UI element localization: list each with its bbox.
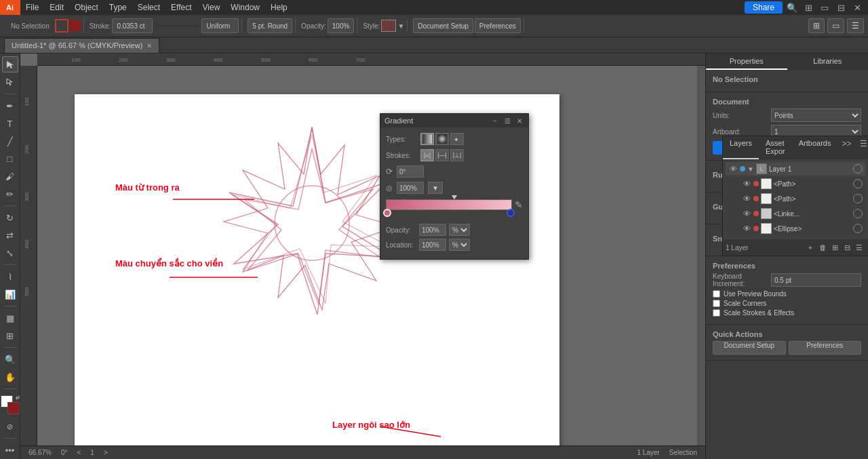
tab-asset-export[interactable]: Asset Expor <box>759 136 792 159</box>
fill-color-swatch[interactable] <box>70 20 81 31</box>
close-icon[interactable]: ✕ <box>852 2 863 13</box>
layer-1-visibility[interactable]: 👁 <box>728 164 738 174</box>
path-1-target[interactable] <box>853 179 863 188</box>
document-setup-btn[interactable]: Document Setup <box>413 18 473 33</box>
share-button[interactable]: Share <box>745 1 783 14</box>
menu-object[interactable]: Object <box>69 0 104 15</box>
path-2-visibility[interactable]: 👁 <box>742 194 751 203</box>
graph-btn[interactable]: 📊 <box>2 286 18 302</box>
scale-strokes-checkbox[interactable] <box>713 309 720 317</box>
zoom-display[interactable]: 66.67% <box>26 449 54 456</box>
gradient-location-input[interactable] <box>419 239 446 251</box>
collect-in-layer-btn[interactable]: ⊟ <box>841 241 853 254</box>
scale-corners-checkbox[interactable] <box>713 300 720 307</box>
more-btn[interactable]: ☰ <box>847 18 864 33</box>
page-prev-btn[interactable]: < <box>74 449 83 456</box>
keyboard-increment-input[interactable] <box>771 273 861 287</box>
linear-gradient-btn[interactable] <box>420 133 434 145</box>
scale-btn[interactable]: ⤡ <box>2 245 18 261</box>
gradient-opacity-dropdown[interactable]: % <box>449 224 470 236</box>
layer-1-expand[interactable]: ▼ <box>747 165 754 173</box>
units-select[interactable]: Points Pixels Inches Millimeters <box>771 108 861 122</box>
mirror-btn[interactable]: ⇄ <box>2 227 18 243</box>
ellipse-row[interactable]: 👁 <Ellipse> <box>726 222 865 235</box>
tab-layers[interactable]: Layers <box>723 136 759 159</box>
path-1-row[interactable]: 👁 <Path> <box>726 177 865 191</box>
gradient-btn[interactable]: ▦ <box>2 310 18 326</box>
quick-preferences-btn[interactable]: Preferences <box>789 341 862 355</box>
page-next-btn[interactable]: > <box>101 449 111 456</box>
color-none-btn[interactable]: ⊘ <box>2 418 18 435</box>
gradient-stop-left[interactable] <box>383 209 391 217</box>
window-icon[interactable]: ⊟ <box>835 2 846 13</box>
layer-1-row[interactable]: 👁 ▼ L Layer 1 <box>726 162 865 176</box>
pencil-btn[interactable]: ✏ <box>2 186 18 202</box>
rotate-btn[interactable]: ↻ <box>2 209 18 226</box>
stroke-across-btn[interactable]: |⊥| <box>450 149 464 161</box>
panel-icon[interactable]: ▭ <box>819 2 830 13</box>
ellipse-visibility[interactable]: 👁 <box>742 224 751 233</box>
layers-more-btn[interactable]: >> <box>837 136 855 159</box>
stroke-box[interactable] <box>7 402 20 414</box>
opacity-value[interactable]: 100% <box>328 18 355 33</box>
uniform-select[interactable]: Uniform <box>201 18 239 33</box>
document-tab[interactable]: Untitled-1* @ 66.67 % (CMYK/Preview) ✕ <box>4 38 159 53</box>
brush-size-btn[interactable]: 5 pt. Round <box>248 18 292 33</box>
style-arrow[interactable]: ▼ <box>397 22 404 30</box>
menu-type[interactable]: Type <box>104 0 132 15</box>
line-tool-btn[interactable]: ╱ <box>2 133 18 149</box>
gradient-panel-menu-btn[interactable]: ☰ <box>502 116 512 125</box>
swap-icon[interactable]: ⇄ <box>16 394 21 401</box>
menu-file[interactable]: File <box>20 0 44 15</box>
linked-row[interactable]: 👁 <Linke... <box>726 207 865 220</box>
tab-artboards[interactable]: Artboards <box>792 136 838 159</box>
gradient-stop-right[interactable] <box>507 209 515 217</box>
stroke-along-btn[interactable]: |—| <box>435 149 449 161</box>
menu-window[interactable]: Window <box>225 0 265 15</box>
use-preview-bounds-checkbox[interactable] <box>713 290 720 298</box>
menu-view[interactable]: View <box>197 0 226 15</box>
freeform-gradient-btn[interactable]: ✦ <box>450 133 464 145</box>
path-1-visibility[interactable]: 👁 <box>742 179 751 188</box>
linked-target[interactable] <box>853 209 863 218</box>
layers-options-btn[interactable]: ☰ <box>853 241 865 254</box>
paintbrush-btn[interactable]: 🖌 <box>2 168 18 184</box>
gradient-location-dropdown[interactable]: % <box>449 239 470 251</box>
search-icon[interactable]: 🔍 <box>787 2 797 13</box>
menu-select[interactable]: Select <box>132 0 165 15</box>
mesh-btn[interactable]: ⊞ <box>2 327 18 344</box>
angle-display[interactable]: 0° <box>58 449 71 456</box>
tab-close-btn[interactable]: ✕ <box>146 42 152 49</box>
scale-input[interactable] <box>397 182 424 194</box>
ellipse-target[interactable] <box>853 224 863 233</box>
pen-tool-btn[interactable]: ✒ <box>2 98 18 114</box>
preferences-btn[interactable]: Preferences <box>475 18 521 33</box>
layers-menu-btn[interactable]: ☰ <box>856 136 869 159</box>
tab-libraries[interactable]: Libraries <box>787 54 869 70</box>
gradient-edit-icon[interactable]: ✎ <box>515 199 523 210</box>
new-layer-btn[interactable]: + <box>804 241 816 254</box>
more-tools-btn[interactable]: ••• <box>2 442 18 458</box>
layer-1-target[interactable] <box>853 164 863 174</box>
scale-dropdown[interactable]: ▼ <box>428 182 443 194</box>
path-2-target[interactable] <box>853 194 863 203</box>
rect-tool-btn[interactable]: □ <box>2 151 18 167</box>
stroke-color-swatch[interactable] <box>55 19 68 33</box>
linked-visibility[interactable]: 👁 <box>742 209 751 218</box>
style-swatch[interactable] <box>381 20 396 32</box>
warp-btn[interactable]: ⌇ <box>2 268 18 285</box>
make-sub-layer-btn[interactable]: ⊞ <box>829 241 841 254</box>
zoom-btn[interactable]: 🔍 <box>2 351 18 367</box>
gradient-collapse-btn[interactable]: − <box>490 116 500 125</box>
arrange-icon[interactable]: ⊞ <box>803 2 814 13</box>
panel-arrange-btn[interactable]: ▭ <box>827 18 844 33</box>
radial-gradient-btn[interactable] <box>435 133 449 145</box>
quick-document-setup-btn[interactable]: Document Setup <box>713 341 786 355</box>
vertical-scrollbar[interactable] <box>697 66 705 451</box>
tab-properties[interactable]: Properties <box>706 54 787 70</box>
stroke-value[interactable]: 0.0353 ct <box>112 18 153 33</box>
gradient-opacity-input[interactable] <box>419 224 446 236</box>
stroke-within-btn[interactable]: |=| <box>420 149 434 161</box>
direct-select-btn[interactable] <box>2 74 18 90</box>
gradient-panel-header[interactable]: Gradient − ☰ ✕ <box>380 114 528 127</box>
